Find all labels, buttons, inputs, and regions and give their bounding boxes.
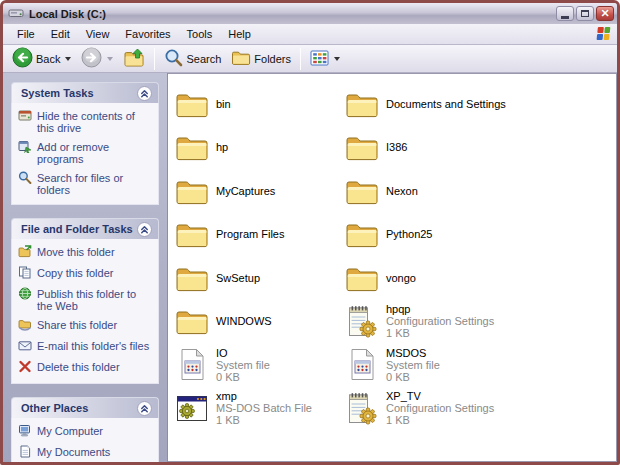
file-type: Configuration Settings [386, 315, 494, 327]
task-link-delete-this-folder[interactable]: Delete this folder [18, 360, 154, 375]
drive-icon [8, 6, 24, 21]
task-link-share-this-folder[interactable]: Share this folder [18, 318, 154, 333]
file-item-xmp[interactable]: xmpMS-DOS Batch File1 KB [173, 387, 343, 431]
task-pane-sidebar: System TasksHide the contents of this dr… [3, 73, 168, 462]
task-link-move-this-folder[interactable]: Move this folder [18, 245, 154, 260]
panel-body: My ComputerMy DocumentsShared DocumentsM… [11, 418, 159, 462]
folder-icon [175, 220, 209, 248]
file-item-program-files[interactable]: Program Files [173, 213, 343, 257]
task-link-copy-this-folder[interactable]: Copy this folder [18, 266, 154, 281]
folder-icon [345, 90, 379, 118]
back-button[interactable]: Back [7, 46, 76, 72]
file-item-python25[interactable]: Python25 [343, 213, 616, 257]
folder-icon [345, 177, 379, 205]
menu-view[interactable]: View [78, 26, 118, 43]
menu-tools[interactable]: Tools [179, 26, 221, 43]
task-link-e-mail-this-folder-s-files[interactable]: E-mail this folder's files [18, 339, 154, 354]
file-type: System file [386, 359, 440, 371]
search-label: Search [186, 53, 221, 65]
panel-header[interactable]: System Tasks [11, 82, 159, 103]
file-label-block: MyCaptures [216, 185, 275, 197]
file-item-xp-tv[interactable]: XP_TVConfiguration Settings1 KB [343, 387, 616, 431]
menu-help[interactable]: Help [220, 26, 259, 43]
file-item-mycaptures[interactable]: MyCaptures [173, 169, 343, 213]
folder-icon [345, 264, 379, 292]
minimize-icon [561, 16, 569, 19]
file-name: MyCaptures [216, 185, 275, 197]
task-label: Add or remove programs [37, 140, 154, 165]
file-item-hp[interactable]: hp [173, 126, 343, 170]
chevron-up-icon[interactable] [137, 401, 152, 416]
menu-file[interactable]: File [9, 26, 43, 43]
file-item-nexon[interactable]: Nexon [343, 169, 616, 213]
maximize-icon [581, 10, 589, 17]
back-icon [12, 47, 33, 70]
menu-favorites[interactable]: Favorites [117, 26, 178, 43]
add-remove-programs-icon [18, 140, 32, 155]
panel-title: System Tasks [21, 87, 94, 99]
title-bar[interactable]: Local Disk (C:) ✕ [3, 3, 617, 24]
minimize-button[interactable] [556, 6, 574, 21]
folders-button[interactable]: Folders [226, 46, 296, 72]
file-item-bin[interactable]: bin [173, 82, 343, 126]
panel-header[interactable]: Other Places [11, 397, 159, 418]
folder-icon [345, 220, 379, 248]
task-label: Copy this folder [37, 266, 113, 279]
panel-title: Other Places [21, 402, 88, 414]
folder-icon [175, 177, 209, 205]
chevron-up-icon[interactable] [137, 86, 152, 101]
task-link-my-documents[interactable]: My Documents [18, 445, 154, 460]
file-item-msdos[interactable]: MSDOSSystem file0 KB [343, 343, 616, 387]
task-link-my-computer[interactable]: My Computer [18, 424, 154, 439]
file-item-windows[interactable]: WINDOWS [173, 300, 343, 344]
file-name: XP_TV [386, 390, 494, 402]
file-label-block: SwSetup [216, 272, 260, 284]
file-size: 1 KB [386, 414, 494, 426]
back-label: Back [36, 53, 60, 65]
close-button[interactable]: ✕ [596, 6, 614, 21]
file-label-block: hpqpConfiguration Settings1 KB [386, 303, 494, 339]
file-item-swsetup[interactable]: SwSetup [173, 256, 343, 300]
task-label: E-mail this folder's files [37, 339, 149, 352]
close-icon: ✕ [600, 8, 609, 19]
config-file-icon [345, 304, 379, 338]
search-button[interactable]: Search [159, 46, 226, 72]
file-list-area: binDocuments and SettingshpI386MyCapture… [168, 73, 617, 462]
task-link-hide-the-contents-of-this-driv[interactable]: Hide the contents of this drive [18, 109, 154, 134]
maximize-button[interactable] [576, 6, 594, 21]
file-name: Nexon [386, 185, 418, 197]
file-size: 0 KB [386, 371, 440, 383]
file-name: vongo [386, 272, 416, 284]
views-button[interactable] [305, 46, 345, 72]
system-file-icon [175, 348, 209, 381]
forward-dropdown-icon [107, 57, 113, 61]
task-link-add-or-remove-programs[interactable]: Add or remove programs [18, 140, 154, 165]
hide-drive-icon [18, 109, 32, 124]
up-button[interactable] [118, 46, 150, 72]
panel-body: Hide the contents of this driveAdd or re… [11, 103, 159, 205]
file-label-block: bin [216, 98, 231, 110]
file-item-hpqp[interactable]: hpqpConfiguration Settings1 KB [343, 300, 616, 344]
file-name: WINDOWS [216, 315, 272, 327]
my-computer-icon [18, 424, 32, 439]
file-item-i386[interactable]: I386 [343, 126, 616, 170]
share-folder-icon [18, 318, 32, 333]
forward-button[interactable] [76, 46, 118, 72]
panel-header[interactable]: File and Folder Tasks [11, 218, 159, 239]
chevron-up-icon[interactable] [137, 222, 152, 237]
task-link-search-for-files-or-folders[interactable]: Search for files or folders [18, 171, 154, 196]
file-name: xmp [216, 390, 312, 402]
task-label: My Computer [37, 424, 103, 437]
task-link-publish-this-folder-to-the-web[interactable]: Publish this folder to the Web [18, 287, 154, 312]
file-item-io[interactable]: IOSystem file0 KB [173, 343, 343, 387]
menu-edit[interactable]: Edit [43, 26, 78, 43]
file-item-vongo[interactable]: vongo [343, 256, 616, 300]
toolbar: Back Search Folders [3, 45, 617, 73]
explorer-window: Local Disk (C:) ✕ FileEditViewFavoritesT… [0, 0, 620, 465]
task-label: Hide the contents of this drive [37, 109, 154, 134]
file-item-documents-and-settings[interactable]: Documents and Settings [343, 82, 616, 126]
task-label: My Documents [37, 445, 110, 458]
task-label: Move this folder [37, 245, 115, 258]
file-name: Program Files [216, 228, 284, 240]
file-type: Configuration Settings [386, 402, 494, 414]
